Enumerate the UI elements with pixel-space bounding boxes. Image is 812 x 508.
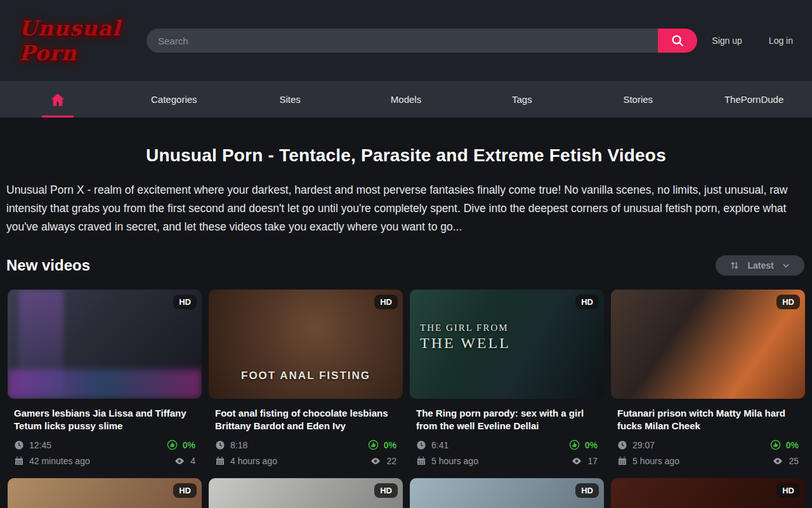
video-thumbnail[interactable]: HD bbox=[410, 478, 604, 508]
clock-icon bbox=[14, 440, 24, 450]
nav-item-tags[interactable]: Tags bbox=[464, 81, 580, 117]
nav-item-stories[interactable]: Stories bbox=[580, 81, 696, 117]
nav-item-categories[interactable]: Categories bbox=[116, 81, 232, 117]
video-duration: 12:45 bbox=[29, 440, 51, 450]
video-rating: 0% bbox=[585, 440, 598, 450]
eye-icon bbox=[772, 455, 783, 467]
search-input[interactable] bbox=[147, 29, 658, 53]
auth-links: Sign up Log in bbox=[712, 36, 793, 46]
nav-item-theporndude[interactable]: ThePornDude bbox=[696, 81, 812, 117]
video-uploaded: 4 hours ago bbox=[230, 456, 277, 466]
clock-icon bbox=[215, 440, 225, 450]
clock-icon bbox=[416, 440, 426, 450]
page-title: Unusual Porn - Tentacle, Parasite and Ex… bbox=[0, 145, 812, 166]
video-card: HD bbox=[611, 478, 805, 508]
clock-icon bbox=[617, 440, 627, 450]
video-duration: 6:41 bbox=[431, 440, 449, 450]
quality-badge: HD bbox=[575, 295, 599, 309]
login-link[interactable]: Log in bbox=[769, 36, 793, 46]
video-duration: 8:18 bbox=[230, 440, 247, 450]
video-views: 25 bbox=[789, 456, 799, 466]
video-title[interactable]: Futanari prison witch Matty Mila hard fu… bbox=[617, 407, 799, 432]
calendar-icon bbox=[215, 456, 225, 466]
eye-icon bbox=[370, 455, 381, 467]
thumbnail-caption: THE GIRL FROM THE WELL bbox=[420, 323, 511, 352]
video-title[interactable]: Gamers lesbians Jia Lissa and Tiffany Te… bbox=[14, 407, 195, 432]
thumbnail-caption: FOOT ANAL FISTING bbox=[209, 370, 403, 382]
video-stats: 29:07 0% 5 hours ago bbox=[617, 439, 799, 467]
video-views: 22 bbox=[386, 456, 396, 466]
video-thumbnail[interactable]: HD bbox=[8, 290, 202, 399]
video-views: 17 bbox=[587, 456, 598, 466]
section-title: New videos bbox=[6, 257, 90, 274]
header: Unusual Porn Sign up Log in bbox=[0, 0, 812, 81]
page-description: Unusual Porn X - realm of excitement whe… bbox=[6, 181, 806, 236]
chevron-down-icon bbox=[782, 261, 790, 270]
section-header: New videos Latest bbox=[6, 255, 804, 276]
quality-badge: HD bbox=[374, 295, 398, 309]
search-icon bbox=[671, 34, 684, 48]
home-icon bbox=[49, 91, 66, 108]
thumbs-up-icon bbox=[770, 439, 781, 450]
video-stats: 6:41 0% 5 hours ago bbox=[416, 439, 598, 467]
nav-item-home[interactable] bbox=[0, 81, 116, 117]
quality-badge: HD bbox=[776, 295, 800, 309]
thumbs-up-icon bbox=[569, 439, 580, 450]
site-logo[interactable]: Unusual Porn bbox=[19, 16, 136, 65]
quality-badge: HD bbox=[374, 483, 398, 498]
video-card: HD FOOT ANAL FISTING Foot anal fisting o… bbox=[209, 290, 403, 467]
quality-badge: HD bbox=[776, 483, 800, 498]
video-title[interactable]: The Ring porn parody: sex with a girl fr… bbox=[416, 407, 598, 432]
sort-arrows-icon bbox=[730, 260, 740, 271]
video-card: HD Gamers lesbians Jia Lissa and Tiffany… bbox=[8, 290, 202, 467]
video-card: HD bbox=[209, 478, 403, 508]
quality-badge: HD bbox=[575, 483, 599, 498]
sort-dropdown[interactable]: Latest bbox=[716, 255, 804, 276]
video-rating: 0% bbox=[786, 440, 799, 450]
video-card: HD bbox=[8, 478, 202, 508]
video-rating: 0% bbox=[183, 440, 195, 450]
search-bar bbox=[147, 29, 697, 53]
eye-icon bbox=[571, 455, 582, 467]
nav-item-models[interactable]: Models bbox=[348, 81, 464, 117]
video-thumbnail[interactable]: HD bbox=[611, 478, 805, 508]
video-title[interactable]: Foot anal fisting of chocolate lesbians … bbox=[215, 407, 396, 432]
calendar-icon bbox=[416, 456, 426, 466]
video-thumbnail[interactable]: HD bbox=[8, 478, 202, 508]
video-card: HD bbox=[410, 478, 604, 508]
sort-label: Latest bbox=[747, 260, 773, 271]
search-button[interactable] bbox=[658, 29, 697, 53]
video-thumbnail[interactable]: HD THE GIRL FROM THE WELL bbox=[410, 290, 604, 399]
video-stats: 12:45 0% 42 minutes ago bbox=[14, 439, 195, 467]
video-card: HD Futanari prison witch Matty Mila hard… bbox=[611, 290, 805, 467]
video-duration: 29:07 bbox=[632, 440, 655, 450]
video-thumbnail[interactable]: HD bbox=[209, 478, 403, 508]
quality-badge: HD bbox=[173, 295, 197, 309]
nav-item-sites[interactable]: Sites bbox=[232, 81, 348, 117]
video-uploaded: 5 hours ago bbox=[431, 456, 478, 466]
video-grid: HD Gamers lesbians Jia Lissa and Tiffany… bbox=[8, 290, 804, 508]
video-uploaded: 42 minutes ago bbox=[29, 456, 90, 466]
video-thumbnail[interactable]: HD bbox=[611, 290, 805, 399]
video-card: HD THE GIRL FROM THE WELL The Ring porn … bbox=[410, 290, 604, 467]
video-views: 4 bbox=[190, 456, 195, 466]
thumbs-up-icon bbox=[368, 439, 379, 450]
main-nav: Categories Sites Models Tags Stories The… bbox=[0, 81, 812, 117]
thumbs-up-icon bbox=[167, 439, 178, 450]
video-rating: 0% bbox=[384, 440, 396, 450]
video-stats: 8:18 0% 4 hours ago bbox=[215, 439, 396, 467]
site-logo-text: Unusual Porn bbox=[19, 16, 121, 65]
video-uploaded: 5 hours ago bbox=[632, 456, 679, 466]
eye-icon bbox=[174, 455, 185, 467]
quality-badge: HD bbox=[173, 483, 197, 498]
calendar-icon bbox=[617, 456, 627, 466]
video-thumbnail[interactable]: HD FOOT ANAL FISTING bbox=[209, 290, 403, 399]
signup-link[interactable]: Sign up bbox=[712, 36, 742, 46]
calendar-icon bbox=[14, 456, 24, 466]
